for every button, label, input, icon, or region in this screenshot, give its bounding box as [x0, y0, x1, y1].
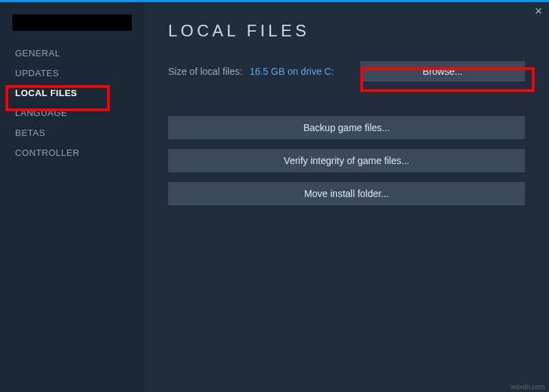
- game-title-slot: [12, 14, 132, 31]
- browse-button[interactable]: Browse...: [360, 61, 525, 82]
- verify-integrity-button[interactable]: Verify integrity of game files...: [168, 149, 525, 172]
- size-value: 16.5 GB on drive C:: [250, 66, 334, 77]
- sidebar-item-label: LANGUAGE: [15, 108, 67, 118]
- local-size-row: Size of local files: 16.5 GB on drive C:…: [168, 61, 525, 82]
- main-panel: LOCAL FILES Size of local files: 16.5 GB…: [144, 2, 549, 392]
- sidebar-item-label: LOCAL FILES: [15, 88, 77, 98]
- size-label: Size of local files:: [168, 66, 242, 77]
- sidebar-list: GENERAL UPDATES LOCAL FILES LANGUAGE BET…: [0, 43, 144, 163]
- sidebar-item-general[interactable]: GENERAL: [0, 43, 144, 63]
- sidebar-item-updates[interactable]: UPDATES: [0, 63, 144, 83]
- backup-game-files-button[interactable]: Backup game files...: [168, 116, 525, 139]
- size-text: Size of local files: 16.5 GB on drive C:: [168, 65, 334, 78]
- sidebar-item-label: UPDATES: [15, 68, 59, 78]
- window-body: GENERAL UPDATES LOCAL FILES LANGUAGE BET…: [0, 2, 549, 392]
- sidebar-item-label: GENERAL: [15, 48, 60, 58]
- page-title: LOCAL FILES: [168, 21, 525, 41]
- sidebar: GENERAL UPDATES LOCAL FILES LANGUAGE BET…: [0, 2, 144, 392]
- action-buttons: Backup game files... Verify integrity of…: [168, 116, 525, 205]
- sidebar-item-betas[interactable]: BETAS: [0, 123, 144, 143]
- sidebar-item-label: CONTROLLER: [15, 148, 80, 158]
- sidebar-item-local-files[interactable]: LOCAL FILES: [0, 83, 144, 103]
- sidebar-item-controller[interactable]: CONTROLLER: [0, 143, 144, 163]
- browse-wrap: Browse...: [360, 61, 525, 82]
- watermark: wsxdn.com: [511, 383, 545, 391]
- sidebar-item-language[interactable]: LANGUAGE: [0, 103, 144, 123]
- sidebar-item-label: BETAS: [15, 128, 45, 138]
- close-button[interactable]: ×: [535, 4, 542, 19]
- move-install-folder-button[interactable]: Move install folder...: [168, 182, 525, 205]
